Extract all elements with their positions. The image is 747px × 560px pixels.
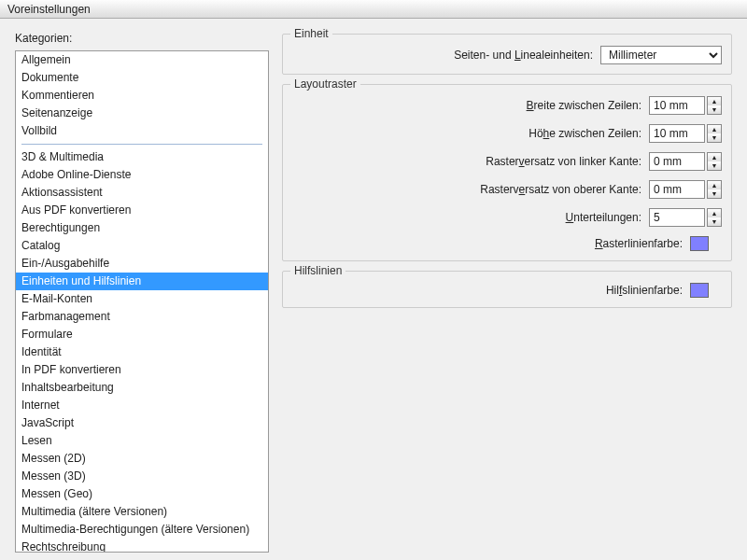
list-item[interactable]: Ein-/Ausgabehilfe	[16, 255, 268, 273]
width-spinner[interactable]: ▲ ▼	[707, 96, 722, 115]
list-item[interactable]: Vollbild	[16, 122, 268, 140]
list-separator	[21, 144, 262, 145]
grid-line-color-button[interactable]	[690, 236, 709, 251]
subdivisions-input[interactable]	[649, 208, 705, 227]
subdivisions-label: Unterteilungen:	[292, 211, 649, 224]
list-item[interactable]: Seitenanzeige	[16, 105, 268, 122]
offset-left-input[interactable]	[649, 152, 705, 171]
spin-up-icon[interactable]: ▲	[708, 181, 721, 189]
spin-down-icon[interactable]: ▼	[708, 105, 721, 114]
group-layout-grid: Layoutraster Breite zwischen Zeilen: ▲ ▼…	[282, 84, 732, 261]
categories-panel: Kategorien: AllgemeinDokumenteKommentier…	[15, 32, 269, 553]
spin-up-icon[interactable]: ▲	[708, 209, 721, 217]
settings-panel: Einheit Seiten- und Linealeinheiten: Mil…	[282, 32, 732, 553]
list-item[interactable]: Multimedia (ältere Versionen)	[16, 503, 268, 521]
window-title: Voreinstellungen	[7, 3, 91, 16]
offset-left-spinner[interactable]: ▲ ▼	[707, 152, 722, 171]
spin-down-icon[interactable]: ▼	[708, 161, 721, 170]
guide-color-button[interactable]	[690, 283, 709, 298]
list-item[interactable]: Aktionsassistent	[16, 184, 268, 202]
list-item[interactable]: Dokumente	[16, 69, 268, 87]
spin-up-icon[interactable]: ▲	[708, 97, 721, 105]
spin-down-icon[interactable]: ▼	[708, 217, 721, 226]
list-item[interactable]: Catalog	[16, 237, 268, 255]
list-item[interactable]: Messen (Geo)	[16, 485, 268, 503]
list-item[interactable]: Einheiten und Hilfslinien	[16, 273, 268, 290]
height-between-lines-label: Höhe zwischen Zeilen:	[292, 127, 649, 140]
offset-top-input[interactable]	[649, 180, 705, 199]
list-item[interactable]: JavaScript	[16, 414, 268, 432]
categories-label: Kategorien:	[15, 32, 269, 45]
spin-up-icon[interactable]: ▲	[708, 125, 721, 133]
offset-top-spinner[interactable]: ▲ ▼	[707, 180, 722, 199]
list-item[interactable]: Aus PDF konvertieren	[16, 202, 268, 219]
group-unit-title: Einheit	[290, 27, 332, 40]
spin-down-icon[interactable]: ▼	[708, 133, 721, 142]
categories-listbox[interactable]: AllgemeinDokumenteKommentierenSeitenanze…	[15, 50, 269, 553]
group-guides-title: Hilfslinien	[290, 264, 345, 277]
list-item[interactable]: Allgemein	[16, 51, 268, 69]
list-item[interactable]: Messen (2D)	[16, 450, 268, 468]
list-item[interactable]: Farbmanagement	[16, 308, 268, 326]
page-ruler-units-select[interactable]: Millimeter	[600, 46, 722, 64]
width-between-lines-label: Breite zwischen Zeilen:	[292, 99, 649, 112]
guide-color-label: Hilfslinienfarbe:	[292, 284, 690, 297]
group-unit: Einheit Seiten- und Linealeinheiten: Mil…	[282, 34, 732, 75]
subdivisions-spinner[interactable]: ▲ ▼	[707, 208, 722, 227]
list-item[interactable]: Internet	[16, 397, 268, 414]
width-between-lines-input[interactable]	[649, 96, 705, 115]
list-item[interactable]: Berechtigungen	[16, 219, 268, 237]
grid-line-color-label: Rasterlinienfarbe:	[292, 237, 690, 250]
list-item[interactable]: Kommentieren	[16, 87, 268, 105]
height-between-lines-input[interactable]	[649, 124, 705, 143]
list-item[interactable]: Formulare	[16, 326, 268, 343]
list-item[interactable]: Identität	[16, 343, 268, 361]
list-item[interactable]: In PDF konvertieren	[16, 361, 268, 379]
list-item[interactable]: Multimedia-Berechtigungen (ältere Versio…	[16, 521, 268, 539]
list-item[interactable]: Rechtschreibung	[16, 539, 268, 553]
list-item[interactable]: E-Mail-Konten	[16, 290, 268, 308]
list-item[interactable]: Adobe Online-Dienste	[16, 166, 268, 184]
list-item[interactable]: Inhaltsbearbeitung	[16, 379, 268, 397]
list-item[interactable]: 3D & Multimedia	[16, 148, 268, 166]
offset-top-label: Rasterversatz von oberer Kante:	[292, 183, 649, 196]
window-titlebar: Voreinstellungen	[0, 0, 747, 19]
spin-down-icon[interactable]: ▼	[708, 189, 721, 198]
page-ruler-units-label: Seiten- und Linealeinheiten:	[292, 49, 600, 62]
spin-up-icon[interactable]: ▲	[708, 153, 721, 161]
list-item[interactable]: Lesen	[16, 432, 268, 450]
group-layout-grid-title: Layoutraster	[290, 77, 360, 91]
offset-left-label: Rasterversatz von linker Kante:	[292, 155, 649, 168]
list-item[interactable]: Messen (3D)	[16, 468, 268, 485]
height-spinner[interactable]: ▲ ▼	[707, 124, 722, 143]
content-area: Kategorien: AllgemeinDokumenteKommentier…	[0, 19, 747, 560]
group-guides: Hilfslinien Hilfslinienfarbe:	[282, 271, 732, 308]
